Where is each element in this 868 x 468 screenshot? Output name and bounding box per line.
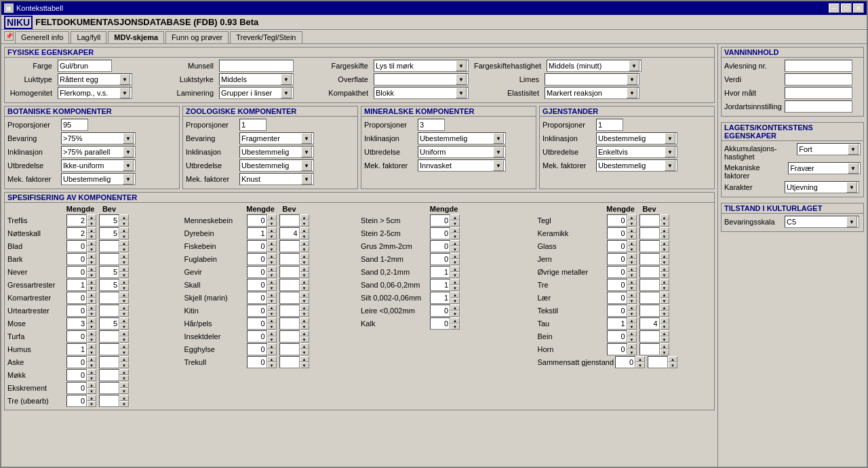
- tau-bev[interactable]: [639, 317, 660, 330]
- treflis-mengde-up[interactable]: ▲: [87, 214, 96, 220]
- keramikk-mengde[interactable]: [607, 227, 627, 239]
- horn-bev[interactable]: [639, 343, 660, 355]
- limes-dropdown[interactable]: ▼: [545, 73, 639, 85]
- gevir-bev[interactable]: [279, 266, 300, 278]
- fiskebein-bev[interactable]: [279, 240, 300, 252]
- hvor-malt-input[interactable]: [785, 87, 852, 99]
- fargeskifte-dropdown[interactable]: Lys til mørk ▼: [374, 60, 469, 72]
- skall-mengde[interactable]: [247, 279, 267, 291]
- trekull-bev[interactable]: [279, 356, 300, 368]
- tab-lag-fyll[interactable]: Lag/fyll: [71, 31, 106, 43]
- botanisk-bevaring-dropdown[interactable]: >75% ▼: [61, 132, 136, 144]
- silt-mengde[interactable]: [430, 292, 450, 304]
- kitin-mengde[interactable]: [247, 305, 267, 317]
- jern-bev[interactable]: [639, 253, 660, 265]
- lukttype-dropdown[interactable]: Råttent egg ▼: [58, 73, 132, 85]
- karakter-dropdown[interactable]: Utjevning ▼: [785, 181, 859, 193]
- gevir-mengde[interactable]: [247, 266, 267, 278]
- aske-bev[interactable]: [99, 356, 119, 368]
- egghylse-mengde[interactable]: [247, 343, 267, 355]
- kornart-mengde[interactable]: [66, 292, 87, 304]
- never-mengde[interactable]: [66, 266, 87, 278]
- laminering-dropdown[interactable]: Grupper i linser ▼: [219, 87, 294, 99]
- akkumulasjons-dropdown[interactable]: Fort ▼: [797, 143, 861, 155]
- botanisk-mek-dropdown[interactable]: Ubestemmelig ▼: [61, 173, 136, 185]
- jern-mengde[interactable]: [607, 253, 627, 265]
- notteskall-mengde[interactable]: [66, 227, 87, 239]
- verdi-input[interactable]: [785, 73, 852, 85]
- maximize-button[interactable]: □: [841, 3, 852, 13]
- tegl-mengde[interactable]: [607, 214, 627, 227]
- sammensatt-mengde[interactable]: [615, 356, 635, 368]
- zoologisk-utbredelse-dropdown[interactable]: Ubestemmelig ▼: [239, 159, 314, 172]
- treflis-bev-down[interactable]: ▼: [119, 220, 129, 227]
- fargeskiftehastighet-dropdown[interactable]: Middels (minutt) ▼: [547, 60, 642, 72]
- menneskebein-bev[interactable]: [279, 214, 300, 227]
- munsell-input[interactable]: [219, 60, 294, 72]
- luktstyrke-dropdown[interactable]: Middels ▼: [219, 73, 294, 85]
- homogenitet-dropdown[interactable]: Flerkomp., v.s. ▼: [58, 87, 132, 99]
- kompakthet-dropdown[interactable]: Blokk ▼: [374, 87, 469, 99]
- zoologisk-bevaring-dropdown[interactable]: Fragmenter ▼: [239, 132, 314, 144]
- harpels-bev[interactable]: [279, 317, 300, 330]
- dyrebein-mengde[interactable]: [247, 227, 267, 239]
- botanisk-proporsjoner-input[interactable]: [61, 119, 88, 131]
- treflis-bev-up[interactable]: ▲: [119, 214, 129, 220]
- mose-bev[interactable]: [99, 317, 119, 330]
- urteart-bev[interactable]: [99, 305, 119, 317]
- insektdeler-mengde[interactable]: [247, 330, 267, 343]
- mineralsk-proporsjoner-input[interactable]: [418, 119, 445, 131]
- laer-mengde[interactable]: [607, 292, 627, 304]
- minimize-button[interactable]: ─: [829, 3, 840, 13]
- mose-mengde[interactable]: [66, 317, 87, 330]
- fiskebein-mengde[interactable]: [247, 240, 267, 252]
- jordartsinnstilling-input[interactable]: [785, 100, 852, 113]
- sand006-mengde[interactable]: [430, 279, 450, 291]
- fuglabein-mengde[interactable]: [247, 253, 267, 265]
- treflis-mengde-input[interactable]: [66, 214, 87, 227]
- mineralsk-inklinasjon-dropdown[interactable]: Ubestemmelig ▼: [418, 132, 506, 144]
- fuglabein-bev[interactable]: [279, 253, 300, 265]
- ovrige-mengde[interactable]: [607, 266, 627, 278]
- zoologisk-mek-dropdown[interactable]: Knust ▼: [239, 173, 314, 185]
- turfa-bev[interactable]: [99, 330, 119, 343]
- gressart-bev[interactable]: [99, 279, 119, 291]
- gressart-mengde[interactable]: [66, 279, 87, 291]
- ekskrement-mengde[interactable]: [66, 382, 87, 394]
- sammensatt-bev[interactable]: [648, 356, 668, 368]
- urteart-mengde[interactable]: [66, 305, 87, 317]
- dyrebein-bev[interactable]: [279, 227, 300, 239]
- tekstil-mengde[interactable]: [607, 305, 627, 317]
- turfa-mengde[interactable]: [66, 330, 87, 343]
- stein25-mengde[interactable]: [430, 227, 450, 239]
- farge-input[interactable]: [58, 60, 112, 72]
- stein5-mengde[interactable]: [430, 214, 450, 227]
- bein-mengde[interactable]: [607, 330, 627, 343]
- skjell-bev[interactable]: [279, 292, 300, 304]
- treflis-bev-input[interactable]: [99, 214, 119, 227]
- blad-mengde[interactable]: [66, 240, 87, 252]
- harpels-mengde[interactable]: [247, 317, 267, 330]
- trekull-mengde[interactable]: [247, 356, 267, 368]
- close-button[interactable]: ✕: [853, 3, 864, 13]
- kornart-bev[interactable]: [99, 292, 119, 304]
- tre-mengde[interactable]: [607, 279, 627, 291]
- gjenstander-utbredelse-dropdown[interactable]: Enkeltvis ▼: [596, 146, 677, 158]
- kitin-bev[interactable]: [279, 305, 300, 317]
- zoologisk-inklinasjon-dropdown[interactable]: Ubestemmelig ▼: [239, 146, 314, 158]
- sand12-mengde[interactable]: [430, 253, 450, 265]
- mokk-mengde[interactable]: [66, 369, 87, 381]
- egghylse-bev[interactable]: [279, 343, 300, 355]
- mineralsk-utbredelse-dropdown[interactable]: Uniform ▼: [418, 146, 506, 158]
- menneskebein-mengde[interactable]: [247, 214, 267, 227]
- leire-mengde[interactable]: [430, 305, 450, 317]
- aske-mengde[interactable]: [66, 356, 87, 368]
- bein-bev[interactable]: [639, 330, 660, 343]
- zoologisk-proporsjoner-input[interactable]: [239, 119, 267, 131]
- insektdeler-bev[interactable]: [279, 330, 300, 343]
- botanisk-inklinasjon-dropdown[interactable]: >75% parallell ▼: [61, 146, 136, 158]
- tre-bev[interactable]: [639, 279, 660, 291]
- never-bev[interactable]: [99, 266, 119, 278]
- overflate-dropdown[interactable]: ▼: [374, 73, 469, 85]
- tegl-bev[interactable]: [639, 214, 660, 227]
